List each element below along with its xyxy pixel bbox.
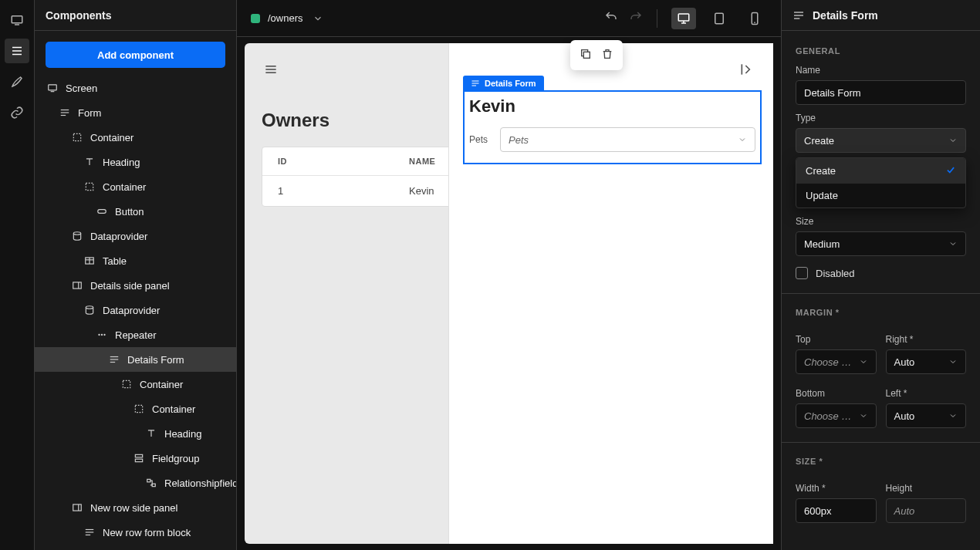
- height-input-value: Auto: [894, 505, 915, 517]
- tree-item-relationshipfield[interactable]: Relationshipfield: [35, 471, 236, 495]
- tree-item-label: Table: [103, 255, 127, 267]
- duplicate-button[interactable]: [580, 48, 592, 62]
- tree-item-repeater[interactable]: Repeater: [35, 322, 236, 347]
- db-icon: [83, 303, 96, 317]
- add-component-button[interactable]: Add component: [46, 42, 225, 68]
- name-input[interactable]: Details Form: [796, 80, 966, 105]
- tree-item-button[interactable]: Button: [35, 199, 236, 224]
- margin-top-select[interactable]: Choose …: [796, 349, 877, 374]
- redo-button[interactable]: [629, 10, 643, 26]
- collapse-panel-icon[interactable]: [738, 60, 756, 79]
- delete-button[interactable]: [601, 48, 613, 62]
- component-tree: ScreenFormContainerHeadingContainerButto…: [35, 76, 236, 550]
- type-field-label: Type: [796, 113, 966, 123]
- canvas-menu-icon[interactable]: [262, 60, 280, 79]
- general-section-label: GENERAL: [796, 46, 966, 56]
- form-icon: [58, 106, 72, 120]
- tree-item-label: Container: [140, 379, 183, 390]
- rail-design-icon[interactable]: [5, 69, 29, 94]
- undo-button[interactable]: [604, 10, 618, 26]
- type-option-update-label: Update: [806, 190, 838, 201]
- size-field-label: Size: [796, 216, 966, 227]
- margin-bottom-select[interactable]: Choose …: [796, 403, 877, 428]
- type-option-update[interactable]: Update: [796, 184, 965, 208]
- device-mobile-button[interactable]: [742, 8, 767, 29]
- tree-item-label: Heading: [164, 428, 201, 440]
- button-icon: [95, 204, 109, 218]
- type-select[interactable]: Create: [796, 128, 966, 153]
- relationship-icon: [144, 476, 158, 490]
- sidepanel-icon: [70, 278, 84, 292]
- disabled-checkbox-label: Disabled: [816, 268, 855, 279]
- device-tablet-button[interactable]: [707, 8, 732, 29]
- tree-item-heading[interactable]: Heading: [35, 150, 236, 174]
- tree-item-label: Fieldgroup: [152, 453, 199, 464]
- rail-screens-icon[interactable]: [5, 8, 29, 32]
- tree-item-container[interactable]: Container: [35, 396, 236, 421]
- tree-item-new-row-side-panel[interactable]: New row side panel: [35, 495, 236, 520]
- tree-item-heading[interactable]: Heading: [35, 421, 236, 446]
- tree-item-dataprovider[interactable]: Dataprovider: [35, 224, 236, 248]
- container-icon: [132, 402, 146, 416]
- owners-table: ID NAME 1 Kevin: [262, 147, 453, 207]
- tree-item-label: Heading: [103, 157, 140, 168]
- components-panel-title: Components: [35, 0, 236, 31]
- tree-item-form[interactable]: Form: [35, 100, 236, 125]
- inspector-panel: Details Form GENERAL Name Details Form T…: [781, 0, 980, 550]
- tree-item-container[interactable]: Container: [35, 174, 236, 199]
- sidepanel-icon: [70, 501, 84, 515]
- margin-bottom-label: Bottom: [796, 388, 877, 399]
- tree-item-label: Container: [103, 181, 146, 193]
- margin-top-label: Top: [796, 334, 877, 345]
- pets-select[interactable]: Pets: [500, 127, 755, 152]
- height-input[interactable]: Auto: [886, 498, 967, 523]
- cell-name: Kevin: [409, 185, 437, 197]
- canvas-side-panel: Details Form Kevin Pets Pets: [448, 43, 773, 544]
- inspector-header: Details Form: [782, 0, 980, 31]
- margin-top-value: Choose …: [804, 356, 851, 368]
- tree-item-dataprovider[interactable]: Dataprovider: [35, 298, 236, 322]
- selection-tag[interactable]: Details Form: [463, 76, 544, 91]
- tree-item-label: Repeater: [115, 329, 156, 341]
- chevron-down-icon: [948, 411, 958, 420]
- tree-item-screen[interactable]: Screen: [35, 76, 236, 100]
- rail-links-icon[interactable]: [5, 100, 29, 125]
- name-input-value: Details Form: [804, 87, 861, 99]
- db-icon: [70, 229, 84, 243]
- route-chevron-icon[interactable]: [313, 13, 323, 24]
- margin-section-label: MARGIN *: [796, 308, 966, 317]
- details-form-selection[interactable]: Kevin Pets Pets: [463, 90, 762, 164]
- tree-item-container[interactable]: Container: [35, 125, 236, 150]
- device-desktop-button[interactable]: [671, 8, 696, 29]
- tree-item-table[interactable]: Table: [35, 248, 236, 273]
- table-row[interactable]: 1 Kevin: [262, 176, 452, 206]
- tree-item-fieldgroup[interactable]: Fieldgroup: [35, 446, 236, 471]
- rail-components-icon[interactable]: [5, 39, 29, 63]
- tree-item-label: Button: [115, 206, 144, 218]
- cell-id: 1: [278, 185, 409, 197]
- width-label: Width *: [796, 483, 877, 494]
- chevron-down-icon: [859, 411, 868, 420]
- margin-right-label: Right *: [886, 334, 967, 345]
- components-panel: Components Add component ScreenFormConta…: [35, 0, 237, 550]
- route-label[interactable]: /owners: [268, 12, 303, 24]
- margin-bottom-value: Choose …: [804, 410, 851, 422]
- size-select[interactable]: Medium: [796, 231, 966, 256]
- margin-left-select[interactable]: Auto: [886, 403, 967, 428]
- width-input[interactable]: 600px: [796, 498, 877, 523]
- container-icon: [83, 180, 96, 194]
- tree-item-label: Details Form: [127, 354, 184, 366]
- margin-right-select[interactable]: Auto: [886, 349, 967, 374]
- tree-item-details-form[interactable]: Details Form: [35, 347, 236, 372]
- tree-item-details-side-panel[interactable]: Details side panel: [35, 273, 236, 298]
- type-option-create[interactable]: Create: [796, 158, 965, 184]
- pets-field-label: Pets: [469, 134, 491, 145]
- disabled-checkbox[interactable]: [796, 267, 808, 279]
- name-field-label: Name: [796, 65, 966, 76]
- form-icon: [107, 353, 121, 366]
- disabled-checkbox-row[interactable]: Disabled: [796, 267, 966, 279]
- tree-item-container[interactable]: Container: [35, 372, 236, 396]
- tree-item-label: Details side panel: [90, 280, 170, 292]
- tree-item-new-row-form-block[interactable]: New row form block: [35, 520, 236, 545]
- canvas[interactable]: Owners ID NAME 1 Kevin: [245, 43, 773, 544]
